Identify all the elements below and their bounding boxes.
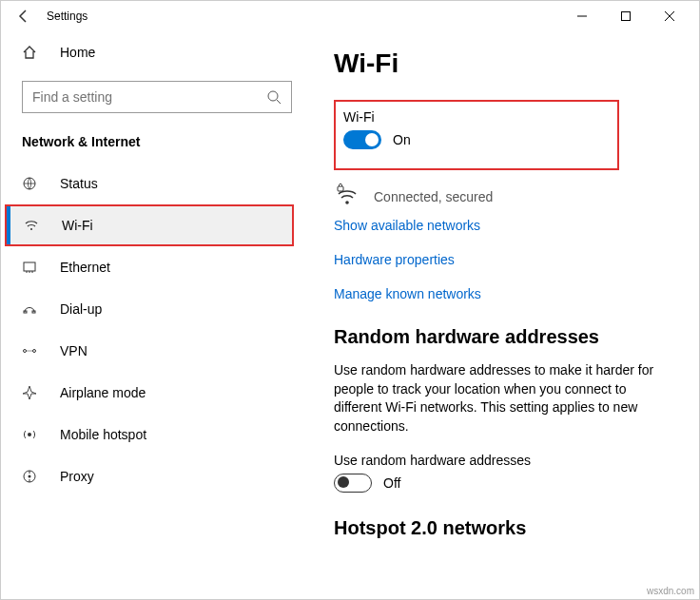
sidebar-item-label: Wi-Fi	[43, 218, 93, 233]
sidebar-item-label: Home	[41, 45, 95, 60]
vpn-icon	[22, 343, 41, 358]
connection-status-row[interactable]: Connected, secured	[334, 182, 671, 208]
random-description: Use random hardware addresses to make it…	[334, 361, 657, 435]
sidebar-category: Network & Internet	[5, 121, 307, 163]
svg-rect-1	[622, 12, 631, 21]
random-toggle-state: Off	[372, 475, 400, 491]
link-show-networks[interactable]: Show available networks	[334, 218, 671, 233]
random-toggle-label: Use random hardware addresses	[334, 453, 671, 468]
sidebar-item-label: Airplane mode	[41, 385, 146, 400]
random-heading: Random hardware addresses	[334, 326, 671, 348]
home-icon	[22, 45, 41, 60]
close-button[interactable]	[648, 1, 691, 31]
sidebar-item-hotspot[interactable]: Mobile hotspot	[5, 414, 307, 455]
svg-point-15	[33, 350, 36, 353]
ethernet-icon	[22, 260, 41, 275]
back-button[interactable]	[9, 9, 39, 24]
svg-point-14	[24, 350, 27, 353]
wifi-toggle[interactable]	[343, 130, 381, 149]
window-title: Settings	[39, 10, 560, 23]
svg-point-7	[30, 228, 32, 230]
sidebar-item-label: Dial-up	[41, 301, 102, 317]
svg-line-5	[277, 100, 281, 104]
svg-point-17	[28, 433, 31, 436]
watermark: wsxdn.com	[647, 586, 694, 596]
settings-window: Settings Home Network & Internet	[0, 0, 700, 600]
svg-rect-23	[338, 186, 343, 191]
sidebar-item-label: Ethernet	[41, 260, 110, 275]
wifi-toggle-section: Wi-Fi On	[334, 100, 619, 170]
airplane-icon	[22, 385, 41, 400]
sidebar-item-label: VPN	[41, 343, 88, 358]
status-icon	[22, 176, 41, 191]
proxy-icon	[22, 469, 41, 484]
wifi-secured-icon	[334, 182, 360, 208]
minimize-button[interactable]	[560, 1, 604, 31]
wifi-toggle-state: On	[381, 132, 411, 147]
link-hardware-properties[interactable]: Hardware properties	[334, 252, 671, 267]
content-pane: Wi-Fi Wi-Fi On Connected, secu	[307, 31, 699, 599]
sidebar-item-wifi[interactable]: Wi-Fi	[5, 204, 294, 246]
sidebar-item-vpn[interactable]: VPN	[5, 330, 307, 372]
sidebar-item-proxy[interactable]: Proxy	[5, 455, 307, 497]
connection-status-text: Connected, secured	[360, 185, 493, 204]
sidebar-item-home[interactable]: Home	[5, 31, 307, 73]
svg-point-4	[268, 91, 278, 101]
sidebar-item-label: Proxy	[41, 469, 94, 484]
svg-point-22	[345, 201, 349, 204]
search-input[interactable]	[32, 89, 282, 105]
sidebar-item-airplane[interactable]: Airplane mode	[5, 372, 307, 414]
svg-point-19	[29, 475, 31, 478]
sidebar-item-ethernet[interactable]: Ethernet	[5, 246, 307, 288]
wifi-toggle-label: Wi-Fi	[343, 109, 606, 125]
search-box[interactable]	[22, 81, 292, 113]
sidebar-item-label: Mobile hotspot	[41, 427, 146, 442]
titlebar: Settings	[1, 1, 699, 31]
svg-rect-8	[24, 262, 35, 271]
random-toggle[interactable]	[334, 474, 372, 493]
link-manage-networks[interactable]: Manage known networks	[334, 286, 671, 301]
dialup-icon	[22, 301, 41, 317]
hotspot-icon	[22, 427, 41, 442]
search-icon	[266, 89, 282, 105]
page-title: Wi-Fi	[334, 48, 671, 79]
sidebar-item-status[interactable]: Status	[5, 163, 307, 204]
sidebar-item-dialup[interactable]: Dial-up	[5, 288, 307, 330]
wifi-icon	[24, 218, 43, 233]
maximize-button[interactable]	[604, 1, 648, 31]
sidebar: Home Network & Internet Status Wi-Fi	[1, 31, 307, 599]
sidebar-item-label: Status	[41, 176, 98, 191]
hotspot-heading: Hotspot 2.0 networks	[334, 517, 671, 539]
